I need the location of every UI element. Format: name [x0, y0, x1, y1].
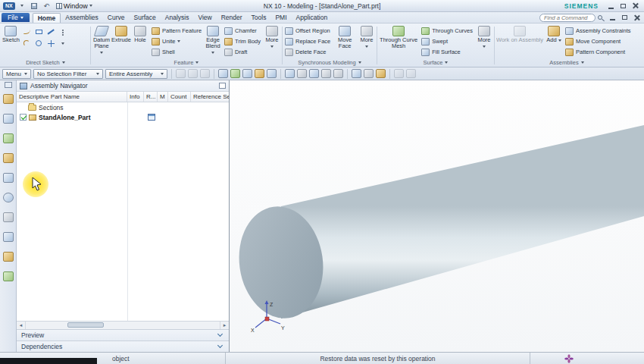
shell-button[interactable]: Shell — [150, 47, 203, 57]
column-count[interactable]: Count — [168, 92, 191, 102]
alert-pinwheel-icon[interactable] — [564, 354, 574, 363]
scroll-right-arrow[interactable]: ▸ — [220, 322, 229, 329]
constraint-navigator-icon[interactable] — [3, 114, 14, 124]
hole-button[interactable]: Hole — [131, 25, 149, 44]
web-browser-icon[interactable] — [3, 193, 14, 202]
full-screen-icon[interactable] — [406, 69, 416, 78]
sketch-more-tools-icon[interactable] — [58, 27, 69, 37]
chamfer-button[interactable]: Chamfer — [223, 26, 262, 36]
pattern-component-button[interactable]: Pattern Component — [564, 47, 633, 57]
assembly-navigator-header[interactable]: Assembly Navigator — [17, 80, 229, 92]
group-label-assemblies[interactable]: Assemblies — [496, 58, 638, 67]
dependencies-section-header[interactable]: Dependencies — [17, 340, 229, 352]
delete-face-button[interactable]: Delete Face — [283, 47, 332, 57]
snap-point-icon[interactable] — [218, 69, 228, 78]
close-button[interactable] — [630, 2, 641, 11]
through-curve-mesh-button[interactable]: Through Curve Mesh — [378, 25, 419, 50]
trim-body-button[interactable]: Trim Body — [223, 36, 262, 46]
rotate-view-icon[interactable] — [333, 69, 343, 78]
scrollbar-thumb[interactable] — [67, 322, 104, 328]
move-face-button[interactable]: Move Face — [333, 25, 357, 50]
quick-access-dropdown[interactable] — [17, 2, 27, 10]
fit-view-icon[interactable] — [309, 69, 319, 78]
filter-edge-icon[interactable] — [188, 69, 198, 78]
tab-curve[interactable]: Curve — [103, 13, 130, 22]
through-curves-button[interactable]: Through Curves — [420, 26, 474, 36]
fill-surface-button[interactable]: Fill Surface — [420, 47, 474, 57]
tab-application[interactable]: Application — [292, 13, 333, 22]
snap-endpoint-icon[interactable] — [230, 69, 240, 78]
column-read-only[interactable]: R... — [144, 92, 158, 102]
point-icon[interactable] — [45, 38, 57, 49]
replace-face-button[interactable]: Replace Face — [283, 36, 332, 46]
file-menu-button[interactable]: File — [2, 13, 30, 22]
column-info[interactable]: Info — [127, 92, 144, 102]
search-icon[interactable] — [598, 15, 602, 20]
doc-minimize-button[interactable] — [607, 13, 618, 22]
doc-close-button[interactable] — [631, 13, 642, 22]
assembly-navigator-icon[interactable] — [3, 94, 14, 104]
line-icon[interactable] — [45, 27, 57, 37]
show-hide-icon[interactable] — [352, 69, 361, 78]
manufacturing-wizards-icon[interactable] — [3, 252, 14, 262]
selection-filter-dropdown[interactable]: No Selection Filter — [33, 69, 103, 79]
arc-icon[interactable] — [21, 38, 33, 49]
column-modified[interactable]: M — [158, 92, 168, 102]
move-component-button[interactable]: Move Component — [564, 36, 633, 46]
datum-plane-button[interactable]: Datum Plane — [92, 25, 111, 56]
window-cascade-icon[interactable] — [364, 69, 374, 78]
swept-button[interactable]: Swept — [420, 36, 474, 46]
rectangle-icon[interactable] — [33, 27, 45, 37]
touch-mode-icon[interactable] — [394, 69, 404, 78]
navigator-horizontal-scrollbar[interactable]: ◂ ▸ — [17, 321, 229, 329]
sketch-gallery-dropdown[interactable] — [58, 38, 69, 49]
draft-button[interactable]: Draft — [223, 47, 262, 57]
extrude-button[interactable]: Extrude — [112, 25, 130, 44]
tab-assemblies[interactable]: Assemblies — [61, 13, 102, 22]
filter-body-icon[interactable] — [200, 69, 210, 78]
preview-section-header[interactable]: Preview — [17, 329, 229, 340]
synchronous-more-button[interactable]: More — [358, 25, 376, 50]
tab-pmi[interactable]: PMI — [270, 13, 291, 22]
tab-view[interactable]: View — [193, 13, 216, 22]
offset-region-button[interactable]: Offset Region — [283, 26, 332, 36]
tree-row-sections[interactable]: Sections — [17, 102, 229, 112]
cylinder-model[interactable] — [230, 80, 644, 352]
group-label-direct-sketch[interactable]: Direct Sketch — [2, 58, 89, 67]
column-descriptive-part-name[interactable]: Descriptive Part Name — [17, 92, 127, 102]
hd3d-tools-icon[interactable] — [3, 173, 14, 183]
unite-button[interactable]: Unite — [150, 36, 203, 46]
find-command-input[interactable] — [539, 14, 596, 22]
surface-more-button[interactable]: More — [475, 25, 493, 50]
zoom-icon[interactable] — [321, 69, 331, 78]
roles-icon[interactable] — [3, 271, 14, 281]
menu-button[interactable]: Menu — [2, 69, 31, 79]
tab-analysis[interactable]: Analysis — [161, 13, 194, 22]
pattern-feature-button[interactable]: Pattern Feature — [150, 26, 203, 36]
profile-icon[interactable] — [21, 27, 33, 37]
resource-bar-options-icon[interactable] — [5, 82, 12, 88]
snap-intersection-icon[interactable] — [255, 69, 264, 78]
add-component-button[interactable]: Add — [545, 25, 563, 44]
tab-render[interactable]: Render — [217, 13, 247, 22]
selection-scope-dropdown[interactable]: Entire Assembly — [105, 69, 167, 79]
tab-surface[interactable]: Surface — [129, 13, 160, 22]
window-menu[interactable]: Window — [55, 2, 94, 10]
sketch-button[interactable]: Sketch — [2, 25, 20, 44]
filter-face-icon[interactable] — [176, 69, 186, 78]
doc-restore-button[interactable] — [619, 13, 630, 22]
minimize-button[interactable] — [605, 2, 617, 11]
group-label-feature[interactable]: Feature — [92, 58, 281, 67]
snap-center-icon[interactable] — [267, 69, 277, 78]
process-studio-icon[interactable] — [3, 232, 14, 242]
save-icon[interactable] — [30, 2, 39, 10]
scroll-left-arrow[interactable]: ◂ — [17, 322, 26, 329]
panel-undock-icon[interactable] — [219, 83, 226, 89]
tab-tools[interactable]: Tools — [247, 13, 271, 22]
feature-more-button[interactable]: More — [263, 25, 281, 50]
work-plane-icon[interactable] — [376, 69, 386, 78]
edge-blend-button[interactable]: Edge Blend — [204, 25, 222, 56]
column-reference-set[interactable]: Reference Se... — [191, 92, 229, 102]
undo-icon[interactable]: ↶ — [42, 2, 52, 10]
history-icon[interactable] — [3, 212, 14, 222]
